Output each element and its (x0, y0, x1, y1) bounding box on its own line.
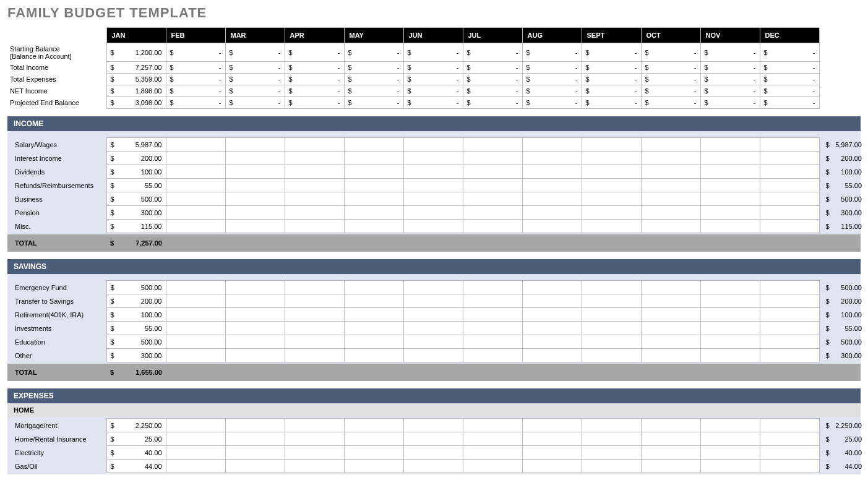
detail-cell[interactable] (522, 294, 582, 308)
summary-cell[interactable]: $- (582, 43, 641, 62)
detail-cell[interactable] (225, 165, 285, 179)
summary-cell[interactable]: $- (463, 74, 522, 85)
detail-cell[interactable]: $500.00 (106, 281, 166, 294)
detail-cell[interactable] (225, 281, 285, 294)
detail-cell[interactable] (344, 419, 403, 432)
detail-cell[interactable] (463, 138, 522, 152)
summary-cell[interactable]: $- (641, 85, 700, 97)
detail-cell[interactable] (582, 294, 641, 308)
detail-cell[interactable] (403, 192, 463, 206)
detail-cell[interactable] (225, 419, 285, 432)
detail-cell[interactable] (582, 349, 641, 362)
detail-cell[interactable] (403, 179, 463, 192)
detail-cell[interactable] (641, 419, 700, 432)
detail-cell[interactable] (463, 349, 522, 362)
detail-cell[interactable] (700, 220, 760, 233)
summary-cell[interactable]: $- (344, 85, 403, 97)
summary-cell[interactable]: $- (166, 62, 225, 74)
detail-cell[interactable] (582, 419, 641, 432)
detail-cell[interactable] (700, 419, 760, 432)
summary-cell[interactable]: $- (700, 62, 760, 74)
detail-cell[interactable] (225, 349, 285, 362)
detail-cell[interactable] (225, 446, 285, 460)
detail-cell[interactable]: $500.00 (106, 335, 166, 349)
detail-cell[interactable] (166, 335, 225, 349)
summary-cell[interactable]: $- (403, 97, 463, 109)
detail-cell[interactable] (463, 446, 522, 460)
detail-cell[interactable] (344, 335, 403, 349)
detail-cell[interactable]: $300.00 (106, 349, 166, 362)
detail-cell[interactable] (641, 446, 700, 460)
summary-cell[interactable]: $- (760, 62, 819, 74)
detail-cell[interactable] (166, 349, 225, 362)
detail-cell[interactable] (225, 432, 285, 446)
detail-cell[interactable] (522, 179, 582, 192)
summary-cell[interactable]: $- (582, 97, 641, 109)
detail-cell[interactable] (522, 165, 582, 179)
detail-cell[interactable] (582, 308, 641, 322)
detail-cell[interactable] (641, 192, 700, 206)
detail-cell[interactable] (641, 206, 700, 220)
detail-cell[interactable] (760, 220, 819, 233)
detail-cell[interactable]: $500.00 (106, 192, 166, 206)
detail-cell[interactable] (225, 152, 285, 165)
detail-cell[interactable] (700, 308, 760, 322)
summary-cell[interactable]: $- (225, 43, 285, 62)
detail-cell[interactable] (344, 460, 403, 473)
detail-cell[interactable] (344, 349, 403, 362)
summary-cell[interactable]: $- (522, 62, 582, 74)
summary-cell[interactable]: $- (344, 62, 403, 74)
detail-cell[interactable] (403, 206, 463, 220)
detail-cell[interactable] (760, 349, 819, 362)
detail-cell[interactable] (463, 179, 522, 192)
summary-cell[interactable]: $- (285, 97, 344, 109)
detail-cell[interactable] (641, 294, 700, 308)
summary-cell[interactable]: $- (225, 85, 285, 97)
detail-cell[interactable]: $40.00 (106, 446, 166, 460)
summary-cell[interactable]: $- (403, 85, 463, 97)
summary-cell[interactable]: $- (700, 85, 760, 97)
detail-cell[interactable] (225, 294, 285, 308)
detail-cell[interactable] (641, 308, 700, 322)
detail-cell[interactable] (522, 192, 582, 206)
summary-cell[interactable]: $- (522, 43, 582, 62)
summary-cell[interactable]: $- (285, 85, 344, 97)
detail-cell[interactable] (285, 322, 344, 335)
detail-cell[interactable] (166, 220, 225, 233)
detail-cell[interactable] (225, 179, 285, 192)
detail-cell[interactable] (463, 220, 522, 233)
detail-cell[interactable] (522, 419, 582, 432)
summary-cell[interactable]: $1,200.00 (106, 43, 166, 62)
detail-cell[interactable] (522, 322, 582, 335)
detail-cell[interactable] (760, 152, 819, 165)
detail-cell[interactable] (285, 446, 344, 460)
summary-cell[interactable]: $3,098.00 (106, 97, 166, 109)
detail-cell[interactable] (760, 432, 819, 446)
summary-cell[interactable]: $- (641, 43, 700, 62)
detail-cell[interactable] (403, 460, 463, 473)
detail-cell[interactable] (225, 206, 285, 220)
detail-cell[interactable] (285, 220, 344, 233)
detail-cell[interactable] (166, 281, 225, 294)
summary-cell[interactable]: $- (522, 85, 582, 97)
detail-cell[interactable] (760, 322, 819, 335)
detail-cell[interactable] (700, 432, 760, 446)
detail-cell[interactable] (403, 432, 463, 446)
detail-cell[interactable]: $100.00 (106, 308, 166, 322)
detail-cell[interactable] (760, 179, 819, 192)
detail-cell[interactable] (522, 138, 582, 152)
detail-cell[interactable] (582, 335, 641, 349)
summary-cell[interactable]: $- (641, 74, 700, 85)
detail-cell[interactable] (166, 165, 225, 179)
detail-cell[interactable] (700, 460, 760, 473)
summary-cell[interactable]: $- (641, 62, 700, 74)
detail-cell[interactable] (463, 152, 522, 165)
detail-cell[interactable] (522, 308, 582, 322)
detail-cell[interactable] (166, 206, 225, 220)
summary-cell[interactable]: $- (285, 62, 344, 74)
detail-cell[interactable] (641, 138, 700, 152)
detail-cell[interactable] (700, 349, 760, 362)
detail-cell[interactable] (760, 165, 819, 179)
summary-cell[interactable]: $- (403, 43, 463, 62)
detail-cell[interactable] (641, 432, 700, 446)
